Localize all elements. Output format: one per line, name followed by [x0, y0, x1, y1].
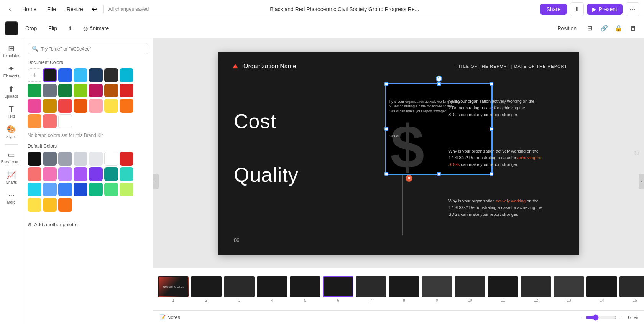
doc-color-navy[interactable] — [89, 68, 103, 82]
filmstrip-thumb-10[interactable] — [455, 276, 485, 297]
filmstrip-thumb-12[interactable] — [521, 276, 551, 297]
sidebar-item-elements[interactable]: ✦ Elements — [2, 62, 21, 81]
doc-color-green2[interactable] — [58, 84, 72, 97]
doc-color-white[interactable] — [58, 114, 72, 128]
doc-color-gold[interactable] — [104, 84, 118, 97]
doc-color-orange4[interactable] — [28, 114, 41, 128]
def-purple2[interactable] — [74, 167, 87, 181]
text-block-2[interactable]: Why is your organization actively workin… — [449, 148, 571, 168]
sidebar-item-templates[interactable]: ⊞ Templates — [2, 41, 21, 60]
slide-canvas[interactable]: 🔺 Organization Name TITLE OF THE REPORT … — [219, 52, 579, 255]
selection-handle-tl[interactable] — [384, 82, 388, 86]
text-block-3[interactable]: Why is your organization actively workin… — [449, 198, 571, 218]
doc-color-blue2[interactable] — [74, 68, 87, 82]
animate-button[interactable]: ◎ Animate — [79, 23, 113, 34]
add-palette-button[interactable]: ⊕ Add another palette — [28, 219, 148, 230]
doc-color-pink[interactable] — [89, 84, 103, 97]
selection-handle-ml[interactable] — [384, 127, 388, 131]
filmstrip-thumb-13[interactable] — [554, 276, 584, 297]
cost-label[interactable]: Cost — [234, 110, 276, 133]
sidebar-item-more[interactable]: ··· More — [2, 188, 21, 207]
def-yellow[interactable] — [28, 198, 41, 212]
filmstrip-thumb-4[interactable] — [257, 276, 288, 297]
color-search-input[interactable] — [41, 46, 144, 52]
filmstrip-thumb-15[interactable] — [619, 276, 644, 297]
color-picker-swatch[interactable] — [5, 21, 18, 35]
color-search-bar[interactable]: 🔍 — [28, 43, 148, 54]
zoom-level[interactable]: 61% — [626, 314, 638, 320]
doc-color-red2[interactable] — [43, 114, 57, 128]
download-button[interactable]: ⬇ — [570, 2, 584, 16]
zoom-out-icon[interactable]: − — [580, 314, 583, 320]
canvas-refresh-button[interactable]: ↻ — [634, 149, 639, 158]
filmstrip-thumb-5[interactable] — [290, 276, 320, 297]
def-white[interactable] — [104, 152, 118, 166]
back-button[interactable]: ‹ — [5, 4, 15, 15]
notes-button[interactable]: 📝 Notes — [159, 314, 180, 320]
def-orange[interactable] — [58, 198, 72, 212]
def-salmon[interactable] — [28, 167, 41, 181]
def-amber[interactable] — [43, 198, 57, 212]
doc-color-black[interactable] — [43, 68, 57, 82]
text-block-1[interactable]: hy is your organization actively working… — [449, 98, 571, 118]
rotate-handle[interactable]: ↻ — [436, 76, 442, 82]
grid-icon-btn[interactable]: ⊞ — [583, 22, 596, 35]
doc-color-blue1[interactable] — [58, 68, 72, 82]
lock-icon-btn[interactable]: 🔒 — [613, 22, 625, 35]
quality-label[interactable]: Quality — [234, 163, 299, 186]
filmstrip-thumb-9[interactable] — [422, 276, 452, 297]
doc-color-yellow[interactable] — [43, 99, 57, 113]
def-gray1[interactable] — [43, 152, 57, 166]
filmstrip-thumb-3[interactable] — [224, 276, 255, 297]
def-darkpurple[interactable] — [89, 167, 103, 181]
filmstrip-thumb-11[interactable] — [488, 276, 518, 297]
panel-collapse-left[interactable]: ‹ — [153, 174, 159, 189]
panel-collapse-right[interactable]: › — [639, 174, 644, 189]
selection-handle-tr[interactable] — [490, 82, 493, 86]
file-nav[interactable]: File — [43, 5, 60, 14]
def-gray2[interactable] — [58, 152, 72, 166]
def-darkblue[interactable] — [74, 183, 87, 196]
doc-color-orange2[interactable] — [74, 99, 87, 113]
filmstrip-thumb-2[interactable] — [191, 276, 222, 297]
doc-color-lightpink[interactable] — [89, 99, 103, 113]
doc-color-orange3[interactable] — [120, 99, 133, 113]
home-nav[interactable]: Home — [18, 5, 40, 14]
sidebar-item-text[interactable]: T Text — [2, 102, 21, 121]
def-teal2[interactable] — [120, 167, 133, 181]
flip-button[interactable]: Flip — [44, 23, 62, 34]
def-blue1[interactable] — [43, 183, 57, 196]
doc-color-gray[interactable] — [43, 84, 57, 97]
filmstrip-thumb-8[interactable] — [389, 276, 419, 297]
def-pink[interactable] — [43, 167, 57, 181]
def-purple1[interactable] — [58, 167, 72, 181]
info-button[interactable]: ℹ — [64, 22, 76, 35]
undo-button[interactable]: ↩ — [90, 3, 99, 15]
doc-color-red1[interactable] — [120, 84, 133, 97]
filmstrip-thumb-14[interactable] — [586, 276, 617, 297]
filmstrip-thumb-7[interactable] — [356, 276, 386, 297]
def-blue2[interactable] — [58, 183, 72, 196]
zoom-slider[interactable] — [586, 314, 616, 321]
crop-button[interactable]: Crop — [21, 23, 41, 34]
more-options-button[interactable]: ··· — [626, 2, 639, 16]
filmstrip-thumb-1[interactable]: Reporting On... — [158, 276, 189, 297]
def-teal[interactable] — [104, 167, 118, 181]
zoom-in-icon[interactable]: + — [619, 314, 623, 320]
doc-color-cyan[interactable] — [120, 68, 133, 82]
def-gray4[interactable] — [89, 152, 103, 166]
def-black[interactable] — [28, 152, 41, 166]
def-lime[interactable] — [120, 183, 133, 196]
doc-color-orange1[interactable] — [58, 99, 72, 113]
def-gray3[interactable] — [74, 152, 87, 166]
sidebar-item-styles[interactable]: 🎨 Styles — [2, 122, 21, 141]
add-color-cell[interactable]: + — [28, 68, 41, 82]
def-red[interactable] — [120, 152, 133, 166]
selection-handle-bm[interactable] — [437, 172, 441, 176]
sidebar-item-background[interactable]: ▭ Background — [2, 148, 21, 166]
present-button[interactable]: ▶ Present — [587, 4, 623, 15]
sidebar-item-uploads[interactable]: ⬆ Uploads — [2, 82, 21, 101]
doc-color-darkgray[interactable] — [104, 68, 118, 82]
doc-color-green1[interactable] — [28, 84, 41, 97]
canvas-container[interactable]: 🔺 Organization Name TITLE OF THE REPORT … — [153, 38, 644, 268]
